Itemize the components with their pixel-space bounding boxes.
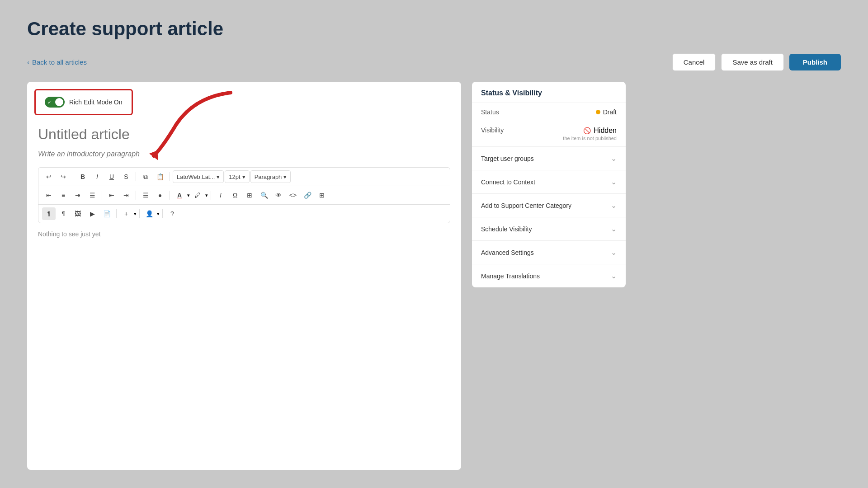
accordion-label-target-user-groups: Target user groups	[481, 155, 534, 162]
accordion-support-center-category[interactable]: Add to Support Center Category ⌄	[472, 193, 626, 217]
accordion-label-support-center-category: Add to Support Center Category	[481, 202, 571, 209]
highlight-button[interactable]: 🖊	[191, 189, 204, 202]
article-intro-input[interactable]	[38, 150, 450, 158]
chevron-down-icon-2: ⌄	[611, 178, 617, 186]
article-title-input[interactable]	[38, 126, 450, 143]
user-button[interactable]: 👤	[142, 207, 156, 220]
italic-button[interactable]: I	[90, 170, 104, 183]
bold-button[interactable]: B	[76, 170, 90, 183]
sidebar: Status & Visibility Status Draft Visibil…	[472, 82, 626, 470]
editor-toolbar: ↩ ↪ B I U S ⧉ 📋 LatoWeb,Lat... ▾	[38, 167, 450, 223]
main-content: ✓ Rich Edit Mode On ↩ ↪ B	[27, 82, 841, 470]
align-left-button[interactable]: ⇤	[42, 189, 56, 202]
paragraph-style-select[interactable]: Paragraph ▾	[250, 170, 291, 183]
italic2-button[interactable]: I	[214, 189, 227, 202]
source-button[interactable]: ¶	[42, 207, 56, 220]
publish-button[interactable]: Publish	[789, 54, 841, 70]
top-bar: ‹ Back to all articles Cancel Save as dr…	[27, 53, 841, 71]
video-button[interactable]: ▶	[85, 207, 99, 220]
font-family-chevron: ▾	[217, 174, 220, 180]
code-button[interactable]: <>	[286, 189, 300, 202]
accordion-connect-to-context[interactable]: Connect to Context ⌄	[472, 170, 626, 193]
visibility-label: Visibility	[481, 127, 504, 134]
align-center-button[interactable]: ≡	[57, 189, 70, 202]
accordion-manage-translations[interactable]: Manage Translations ⌄	[472, 264, 626, 287]
table-button[interactable]: ⊞	[315, 189, 329, 202]
back-link-label: Back to all articles	[32, 58, 87, 66]
insert-chevron[interactable]: ▾	[134, 211, 137, 217]
status-text: Draft	[603, 108, 617, 116]
visibility-value: 🚫 Hidden the item is not published	[563, 127, 617, 141]
cancel-button[interactable]: Cancel	[672, 53, 716, 71]
redo-button[interactable]: ↪	[57, 170, 70, 183]
indent-increase-button[interactable]: ⇥	[119, 189, 133, 202]
top-actions: Cancel Save as draft Publish	[672, 53, 841, 71]
separator-10	[162, 209, 163, 218]
toolbar-row-1: ↩ ↪ B I U S ⧉ 📋 LatoWeb,Lat... ▾	[38, 168, 450, 186]
status-value: Draft	[596, 108, 617, 116]
align-right-button[interactable]: ⇥	[71, 189, 85, 202]
undo-button[interactable]: ↩	[42, 170, 56, 183]
visibility-sub-text: the item is not published	[563, 136, 617, 141]
underline-button[interactable]: U	[105, 170, 118, 183]
accordion-label-connect-to-context: Connect to Context	[481, 178, 535, 186]
status-label: Status	[481, 108, 499, 116]
editor-inner: ↩ ↪ B I U S ⧉ 📋 LatoWeb,Lat... ▾	[27, 115, 461, 470]
save-draft-button[interactable]: Save as draft	[721, 53, 783, 71]
unordered-list-button[interactable]: ●	[153, 189, 167, 202]
font-size-value: 12pt	[229, 174, 240, 180]
font-family-select[interactable]: LatoWeb,Lat... ▾	[173, 170, 224, 183]
omega-button[interactable]: Ω	[228, 189, 242, 202]
accordion-schedule-visibility[interactable]: Schedule Visibility ⌄	[472, 217, 626, 240]
insert-button[interactable]: +	[119, 207, 133, 220]
align-justify-button[interactable]: ☰	[85, 189, 99, 202]
accordion-label-advanced-settings: Advanced Settings	[481, 249, 534, 256]
file-button[interactable]: 📄	[100, 207, 113, 220]
back-link[interactable]: ‹ Back to all articles	[27, 58, 87, 66]
image-button[interactable]: 🖼	[71, 207, 85, 220]
selection-button[interactable]: ⊞	[243, 189, 256, 202]
paste-button[interactable]: 📋	[153, 170, 167, 183]
search-button[interactable]: 🔍	[257, 189, 271, 202]
page-title: Create support article	[27, 18, 841, 40]
separator-8	[116, 209, 117, 218]
editor-area: ✓ Rich Edit Mode On ↩ ↪ B	[27, 82, 461, 470]
ordered-list-button[interactable]: ☰	[139, 189, 152, 202]
toolbar-row-2: ⇤ ≡ ⇥ ☰ ⇤ ⇥ ☰ ● A ▾ 🖊 ▾	[38, 186, 450, 205]
separator-5	[136, 191, 136, 200]
status-row: Status Draft	[472, 103, 626, 121]
draft-dot-icon	[596, 110, 600, 114]
paragraph-style-chevron: ▾	[283, 174, 287, 180]
font-size-select[interactable]: 12pt ▾	[225, 170, 249, 183]
accordion-advanced-settings[interactable]: Advanced Settings ⌄	[472, 240, 626, 264]
paragraph2-button[interactable]: ¶̈	[57, 207, 70, 220]
back-chevron-icon: ‹	[27, 58, 29, 66]
status-visibility-title: Status & Visibility	[472, 82, 626, 103]
rich-edit-label: Rich Edit Mode On	[69, 99, 123, 106]
visibility-row-inner: 🚫 Hidden	[583, 127, 617, 135]
preview-button[interactable]: 👁	[272, 189, 285, 202]
separator-2	[136, 172, 136, 181]
separator-1	[73, 172, 73, 181]
rich-edit-switch[interactable]: ✓	[45, 97, 65, 108]
link-button[interactable]: 🔗	[301, 189, 314, 202]
help-button[interactable]: ?	[165, 207, 179, 220]
separator-3	[170, 172, 170, 181]
highlight-chevron[interactable]: ▾	[205, 192, 208, 198]
toggle-knob	[55, 98, 63, 106]
paragraph-style-value: Paragraph	[255, 174, 282, 180]
user-chevron[interactable]: ▾	[157, 211, 160, 217]
editor-empty-message: Nothing to see just yet	[38, 223, 450, 238]
font-color-button[interactable]: A	[173, 189, 186, 202]
chevron-down-icon-3: ⌄	[611, 201, 617, 210]
rich-edit-toggle[interactable]: ✓ Rich Edit Mode On	[34, 89, 133, 115]
strikethrough-button[interactable]: S	[119, 170, 133, 183]
indent-decrease-button[interactable]: ⇤	[105, 189, 118, 202]
font-size-chevron: ▾	[242, 174, 245, 180]
copy-button[interactable]: ⧉	[139, 170, 152, 183]
chevron-down-icon-1: ⌄	[611, 154, 617, 163]
accordion-target-user-groups[interactable]: Target user groups ⌄	[472, 146, 626, 170]
chevron-down-icon-4: ⌄	[611, 225, 617, 233]
font-color-chevron[interactable]: ▾	[187, 192, 190, 198]
separator-7	[211, 191, 211, 200]
